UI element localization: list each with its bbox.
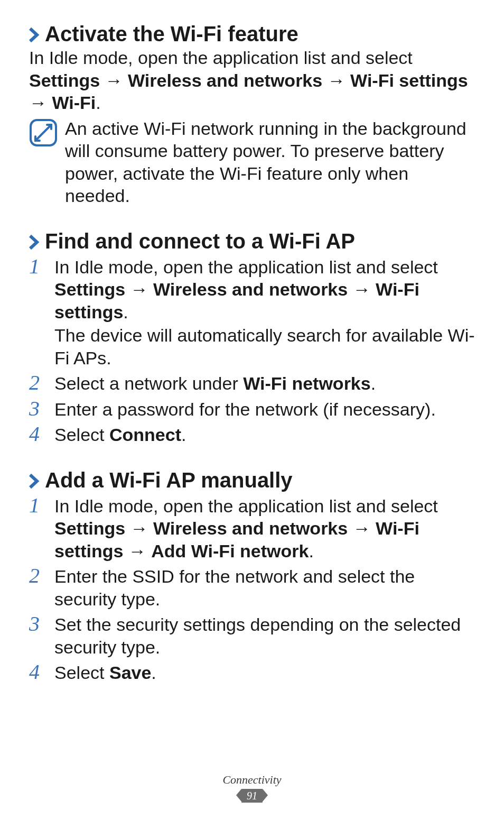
intro-text: In Idle mode, open the application list … <box>29 47 475 114</box>
chevron-right-icon <box>29 473 40 489</box>
heading-text: Add a Wi-Fi AP manually <box>45 468 293 492</box>
list-item: Select Save. <box>29 661 475 684</box>
svg-line-1 <box>36 126 50 140</box>
list-item: Select Connect. <box>29 424 475 446</box>
heading-text: Find and connect to a Wi-Fi AP <box>45 229 355 253</box>
page-footer: Connectivity 91 <box>0 773 504 803</box>
list-item: Select a network under Wi-Fi networks. <box>29 372 475 395</box>
step-text: Set the security settings depending on t… <box>54 614 461 657</box>
list-item: Enter the SSID for the network and selec… <box>29 565 475 610</box>
steps-list-find-connect: In Idle mode, open the application list … <box>29 256 475 446</box>
list-item: In Idle mode, open the application list … <box>29 495 475 563</box>
step-text: In Idle mode, open the application list … <box>54 496 438 561</box>
list-item: In Idle mode, open the application list … <box>29 256 475 370</box>
footer-page-number: 91 <box>241 789 263 803</box>
step-text: In Idle mode, open the application list … <box>54 257 438 322</box>
step-text: Select a network under Wi-Fi networks. <box>54 373 376 393</box>
steps-list-add-manually: In Idle mode, open the application list … <box>29 495 475 684</box>
chevron-right-icon <box>29 234 40 250</box>
step-subtext: The device will automatically search for… <box>54 324 475 369</box>
note-block: An active Wi-Fi network running in the b… <box>29 117 475 207</box>
section-heading-find-connect-ap: Find and connect to a Wi-Fi AP <box>29 229 475 253</box>
list-item: Set the security settings depending on t… <box>29 613 475 658</box>
note-text: An active Wi-Fi network running in the b… <box>65 117 475 207</box>
step-text: Select Connect. <box>54 425 186 445</box>
chevron-right-icon <box>29 27 40 43</box>
list-item: Enter a password for the network (if nec… <box>29 398 475 421</box>
manual-page: Activate the Wi-Fi feature In Idle mode,… <box>0 0 504 828</box>
section-heading-add-ap-manually: Add a Wi-Fi AP manually <box>29 468 475 492</box>
note-icon <box>29 118 58 147</box>
footer-section-label: Connectivity <box>0 773 504 787</box>
step-text: Select Save. <box>54 663 156 683</box>
heading-text: Activate the Wi-Fi feature <box>45 22 298 45</box>
section-heading-activate-wifi: Activate the Wi-Fi feature <box>29 22 475 45</box>
step-text: Enter a password for the network (if nec… <box>54 399 436 419</box>
step-text: Enter the SSID for the network and selec… <box>54 566 415 609</box>
